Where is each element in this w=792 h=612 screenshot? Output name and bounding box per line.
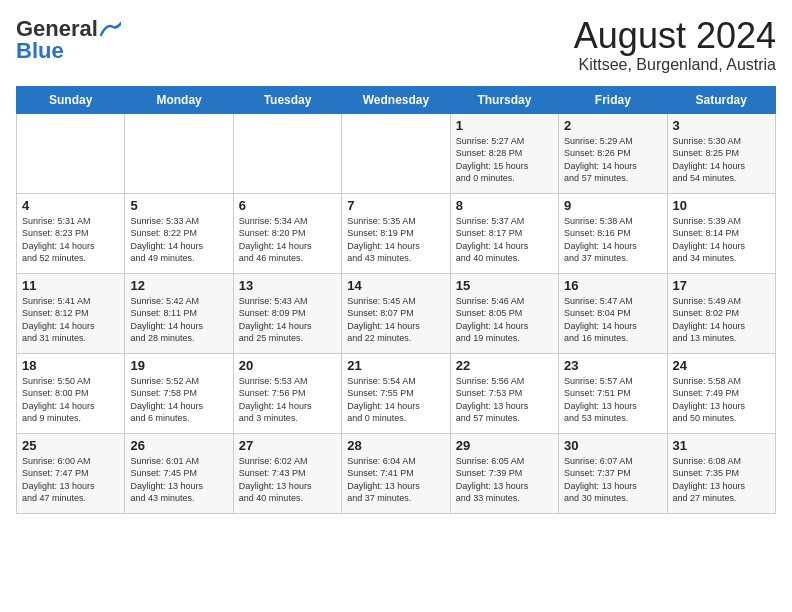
calendar-cell: 12Sunrise: 5:42 AM Sunset: 8:11 PM Dayli… — [125, 273, 233, 353]
day-number: 28 — [347, 438, 444, 453]
day-number: 12 — [130, 278, 227, 293]
day-number: 9 — [564, 198, 661, 213]
title-block: August 2024 Kittsee, Burgenland, Austria — [574, 16, 776, 74]
day-number: 4 — [22, 198, 119, 213]
day-info: Sunrise: 5:39 AM Sunset: 8:14 PM Dayligh… — [673, 215, 770, 265]
page-header: General Blue August 2024 Kittsee, Burgen… — [16, 16, 776, 74]
day-number: 13 — [239, 278, 336, 293]
calendar-cell: 13Sunrise: 5:43 AM Sunset: 8:09 PM Dayli… — [233, 273, 341, 353]
weekday-header-saturday: Saturday — [667, 86, 775, 113]
calendar-cell: 4Sunrise: 5:31 AM Sunset: 8:23 PM Daylig… — [17, 193, 125, 273]
calendar-cell — [17, 113, 125, 193]
calendar-cell: 31Sunrise: 6:08 AM Sunset: 7:35 PM Dayli… — [667, 433, 775, 513]
day-info: Sunrise: 5:29 AM Sunset: 8:26 PM Dayligh… — [564, 135, 661, 185]
logo: General Blue — [16, 16, 122, 64]
day-info: Sunrise: 5:34 AM Sunset: 8:20 PM Dayligh… — [239, 215, 336, 265]
day-number: 10 — [673, 198, 770, 213]
day-number: 19 — [130, 358, 227, 373]
day-info: Sunrise: 5:30 AM Sunset: 8:25 PM Dayligh… — [673, 135, 770, 185]
calendar-cell: 17Sunrise: 5:49 AM Sunset: 8:02 PM Dayli… — [667, 273, 775, 353]
calendar-cell: 8Sunrise: 5:37 AM Sunset: 8:17 PM Daylig… — [450, 193, 558, 273]
day-info: Sunrise: 5:52 AM Sunset: 7:58 PM Dayligh… — [130, 375, 227, 425]
day-info: Sunrise: 5:54 AM Sunset: 7:55 PM Dayligh… — [347, 375, 444, 425]
weekday-row: SundayMondayTuesdayWednesdayThursdayFrid… — [17, 86, 776, 113]
day-info: Sunrise: 5:50 AM Sunset: 8:00 PM Dayligh… — [22, 375, 119, 425]
calendar-cell: 28Sunrise: 6:04 AM Sunset: 7:41 PM Dayli… — [342, 433, 450, 513]
day-number: 6 — [239, 198, 336, 213]
calendar-cell: 1Sunrise: 5:27 AM Sunset: 8:28 PM Daylig… — [450, 113, 558, 193]
day-info: Sunrise: 5:38 AM Sunset: 8:16 PM Dayligh… — [564, 215, 661, 265]
calendar-cell: 24Sunrise: 5:58 AM Sunset: 7:49 PM Dayli… — [667, 353, 775, 433]
weekday-header-monday: Monday — [125, 86, 233, 113]
day-info: Sunrise: 5:53 AM Sunset: 7:56 PM Dayligh… — [239, 375, 336, 425]
day-number: 26 — [130, 438, 227, 453]
day-number: 2 — [564, 118, 661, 133]
day-number: 30 — [564, 438, 661, 453]
calendar-cell — [342, 113, 450, 193]
calendar-week-3: 11Sunrise: 5:41 AM Sunset: 8:12 PM Dayli… — [17, 273, 776, 353]
day-number: 11 — [22, 278, 119, 293]
day-info: Sunrise: 5:43 AM Sunset: 8:09 PM Dayligh… — [239, 295, 336, 345]
calendar-cell: 29Sunrise: 6:05 AM Sunset: 7:39 PM Dayli… — [450, 433, 558, 513]
calendar-cell: 15Sunrise: 5:46 AM Sunset: 8:05 PM Dayli… — [450, 273, 558, 353]
day-info: Sunrise: 6:01 AM Sunset: 7:45 PM Dayligh… — [130, 455, 227, 505]
day-number: 16 — [564, 278, 661, 293]
day-info: Sunrise: 5:35 AM Sunset: 8:19 PM Dayligh… — [347, 215, 444, 265]
calendar-cell: 11Sunrise: 5:41 AM Sunset: 8:12 PM Dayli… — [17, 273, 125, 353]
calendar-week-2: 4Sunrise: 5:31 AM Sunset: 8:23 PM Daylig… — [17, 193, 776, 273]
day-info: Sunrise: 5:56 AM Sunset: 7:53 PM Dayligh… — [456, 375, 553, 425]
day-info: Sunrise: 5:41 AM Sunset: 8:12 PM Dayligh… — [22, 295, 119, 345]
day-number: 1 — [456, 118, 553, 133]
month-year: August 2024 — [574, 16, 776, 56]
day-info: Sunrise: 6:02 AM Sunset: 7:43 PM Dayligh… — [239, 455, 336, 505]
day-number: 17 — [673, 278, 770, 293]
calendar-cell — [233, 113, 341, 193]
location: Kittsee, Burgenland, Austria — [574, 56, 776, 74]
day-info: Sunrise: 5:58 AM Sunset: 7:49 PM Dayligh… — [673, 375, 770, 425]
calendar-cell: 27Sunrise: 6:02 AM Sunset: 7:43 PM Dayli… — [233, 433, 341, 513]
calendar-cell: 9Sunrise: 5:38 AM Sunset: 8:16 PM Daylig… — [559, 193, 667, 273]
weekday-header-tuesday: Tuesday — [233, 86, 341, 113]
day-number: 22 — [456, 358, 553, 373]
day-info: Sunrise: 5:27 AM Sunset: 8:28 PM Dayligh… — [456, 135, 553, 185]
calendar-cell: 22Sunrise: 5:56 AM Sunset: 7:53 PM Dayli… — [450, 353, 558, 433]
calendar-body: 1Sunrise: 5:27 AM Sunset: 8:28 PM Daylig… — [17, 113, 776, 513]
day-info: Sunrise: 5:42 AM Sunset: 8:11 PM Dayligh… — [130, 295, 227, 345]
day-number: 7 — [347, 198, 444, 213]
calendar-table: SundayMondayTuesdayWednesdayThursdayFrid… — [16, 86, 776, 514]
day-number: 24 — [673, 358, 770, 373]
day-number: 31 — [673, 438, 770, 453]
day-info: Sunrise: 6:07 AM Sunset: 7:37 PM Dayligh… — [564, 455, 661, 505]
day-number: 21 — [347, 358, 444, 373]
day-info: Sunrise: 6:08 AM Sunset: 7:35 PM Dayligh… — [673, 455, 770, 505]
weekday-header-wednesday: Wednesday — [342, 86, 450, 113]
weekday-header-thursday: Thursday — [450, 86, 558, 113]
calendar-cell: 16Sunrise: 5:47 AM Sunset: 8:04 PM Dayli… — [559, 273, 667, 353]
calendar-cell: 7Sunrise: 5:35 AM Sunset: 8:19 PM Daylig… — [342, 193, 450, 273]
calendar-cell: 23Sunrise: 5:57 AM Sunset: 7:51 PM Dayli… — [559, 353, 667, 433]
day-info: Sunrise: 5:37 AM Sunset: 8:17 PM Dayligh… — [456, 215, 553, 265]
day-number: 14 — [347, 278, 444, 293]
day-info: Sunrise: 5:31 AM Sunset: 8:23 PM Dayligh… — [22, 215, 119, 265]
calendar-header: SundayMondayTuesdayWednesdayThursdayFrid… — [17, 86, 776, 113]
day-info: Sunrise: 5:47 AM Sunset: 8:04 PM Dayligh… — [564, 295, 661, 345]
calendar-cell: 3Sunrise: 5:30 AM Sunset: 8:25 PM Daylig… — [667, 113, 775, 193]
day-number: 29 — [456, 438, 553, 453]
day-info: Sunrise: 6:05 AM Sunset: 7:39 PM Dayligh… — [456, 455, 553, 505]
day-info: Sunrise: 5:33 AM Sunset: 8:22 PM Dayligh… — [130, 215, 227, 265]
day-number: 5 — [130, 198, 227, 213]
calendar-cell — [125, 113, 233, 193]
calendar-cell: 6Sunrise: 5:34 AM Sunset: 8:20 PM Daylig… — [233, 193, 341, 273]
day-number: 23 — [564, 358, 661, 373]
day-number: 25 — [22, 438, 119, 453]
weekday-header-friday: Friday — [559, 86, 667, 113]
logo-bird-icon — [99, 21, 121, 37]
calendar-week-1: 1Sunrise: 5:27 AM Sunset: 8:28 PM Daylig… — [17, 113, 776, 193]
calendar-cell: 10Sunrise: 5:39 AM Sunset: 8:14 PM Dayli… — [667, 193, 775, 273]
calendar-cell: 21Sunrise: 5:54 AM Sunset: 7:55 PM Dayli… — [342, 353, 450, 433]
weekday-header-sunday: Sunday — [17, 86, 125, 113]
calendar-cell: 19Sunrise: 5:52 AM Sunset: 7:58 PM Dayli… — [125, 353, 233, 433]
day-number: 8 — [456, 198, 553, 213]
day-number: 18 — [22, 358, 119, 373]
calendar-cell: 5Sunrise: 5:33 AM Sunset: 8:22 PM Daylig… — [125, 193, 233, 273]
